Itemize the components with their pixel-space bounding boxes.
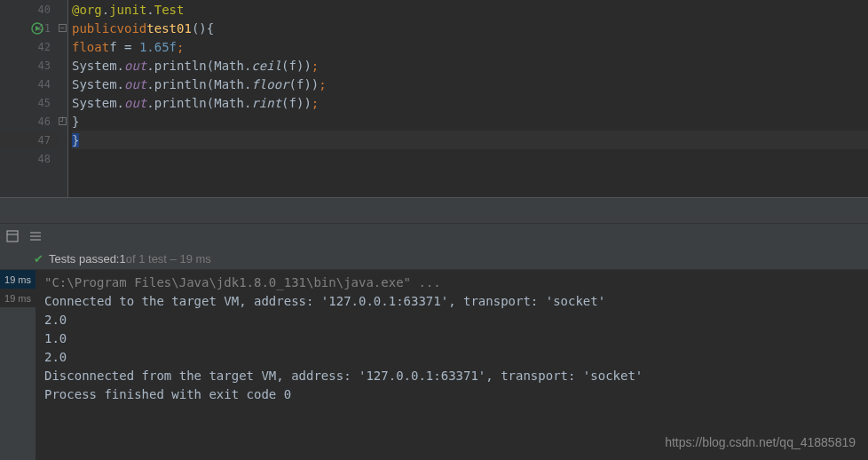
console-line: Connected to the target VM, address: '12… [44, 292, 859, 311]
console-line: 2.0 [44, 348, 859, 367]
console-text[interactable]: "C:\Program Files\Java\jdk1.8.0_131\bin\… [36, 270, 868, 460]
line-number: 48 [38, 153, 51, 165]
fold-end-icon: ┘ [59, 117, 67, 125]
console-output: 19 ms 19 ms "C:\Program Files\Java\jdk1.… [0, 270, 868, 460]
output-sidebar: 19 ms 19 ms [0, 270, 36, 460]
code-line: float f = 1.65f; [72, 37, 868, 56]
console-line: 2.0 [44, 311, 859, 329]
line-number: 46 [38, 115, 51, 128]
code-line: } [72, 112, 868, 131]
time-badge[interactable]: 19 ms [0, 289, 36, 307]
code-line: System.out.println(Math.floor(f)); [72, 75, 868, 93]
console-line: "C:\Program Files\Java\jdk1.8.0_131\bin\… [44, 274, 859, 292]
console-line: Disconnected from the target VM, address… [44, 367, 859, 385]
run-test-icon[interactable] [31, 22, 43, 35]
tests-summary: of 1 test – 19 ms [126, 252, 211, 266]
code-editor[interactable]: 40 41 42 43 44 45 46 47 48 − ┘ @org.juni… [0, 0, 868, 197]
code-line: System.out.println(Math.rint(f)); [72, 93, 868, 112]
layout-icon[interactable] [5, 229, 20, 243]
expand-icon[interactable] [28, 229, 43, 243]
tests-passed-count: 1 [120, 252, 126, 266]
code-line [72, 149, 868, 168]
line-number: 47 [38, 134, 51, 147]
fold-toggle-icon[interactable]: − [59, 24, 67, 32]
line-number: 40 [38, 4, 51, 16]
code-line: System.out.println(Math.ceil(f)); [72, 56, 868, 75]
output-toolbar [0, 224, 868, 249]
line-number: 44 [38, 78, 51, 91]
line-number: 45 [38, 97, 51, 109]
line-number: 42 [38, 41, 51, 53]
line-gutter: 40 41 42 43 44 45 46 47 48 [0, 0, 58, 197]
code-line: } [72, 131, 868, 149]
console-line: Process finished with exit code 0 [44, 385, 859, 404]
code-content[interactable]: @org.junit.Test public void test01(){ fl… [68, 0, 868, 197]
test-status-bar: ✔ Tests passed: 1 of 1 test – 19 ms [0, 249, 868, 270]
tests-passed-label: Tests passed: [49, 252, 120, 266]
console-line: 1.0 [44, 329, 859, 348]
watermark-text: https://blog.csdn.net/qq_41885819 [665, 435, 856, 449]
svg-rect-1 [7, 231, 18, 242]
line-number: 43 [38, 59, 51, 72]
fold-column: − ┘ [58, 0, 68, 197]
code-line: @org.junit.Test [72, 0, 868, 19]
time-badge[interactable]: 19 ms [0, 270, 36, 289]
code-line: public void test01(){ [72, 19, 868, 37]
checkmark-icon: ✔ [34, 252, 43, 266]
panel-divider[interactable] [0, 197, 868, 224]
